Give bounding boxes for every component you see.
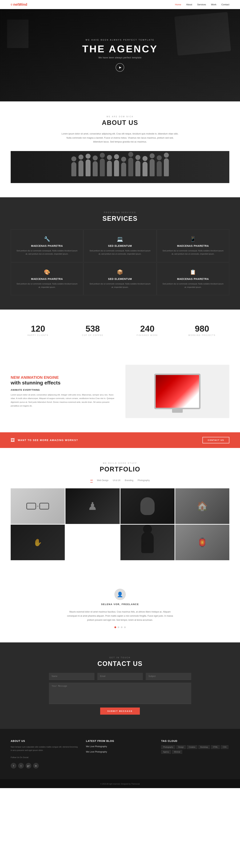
- cta-banner: 🖼 WANT TO SEE MORE AMAZING WORKS? CONTAC…: [0, 432, 240, 448]
- portfolio-item-3[interactable]: [120, 488, 175, 524]
- hero-play-button[interactable]: [116, 63, 124, 72]
- service-icon-3: 📱: [162, 236, 224, 242]
- dot-3[interactable]: [121, 626, 123, 628]
- service-desc-3: Sed pretium dui ut commodo consequat. Nu…: [162, 249, 224, 256]
- stat-number-1: 120: [14, 324, 62, 334]
- services-grid: 🔧 Maecenas pharetra Sed pretium dui ut c…: [11, 229, 229, 296]
- team-image: [11, 151, 229, 183]
- blog-link-2[interactable]: We Love Photography: [86, 751, 154, 753]
- portfolio-item-1[interactable]: [11, 488, 65, 524]
- subject-field[interactable]: [146, 673, 191, 680]
- portfolio-tab-photography[interactable]: Photography: [138, 478, 150, 483]
- service-title-5: Sed elementum: [89, 278, 151, 280]
- social-facebook[interactable]: f: [11, 763, 17, 769]
- stat-label-4: WORKING PROJECTS: [178, 334, 226, 336]
- social-linkedin[interactable]: in: [33, 763, 39, 769]
- nav-work[interactable]: Work: [211, 3, 216, 6]
- portfolio-item-6[interactable]: [120, 525, 175, 560]
- tag-minimal[interactable]: Minimal: [172, 750, 182, 754]
- service-icon-2: 💻: [89, 236, 151, 242]
- service-card-3: 📱 Maecenas pharetra Sed pretium dui ut c…: [157, 229, 229, 262]
- stat-2: 538 CUP OF COFFEE: [65, 320, 120, 340]
- hero-section: we have been always perfect template THE…: [0, 9, 240, 101]
- portfolio-item-4[interactable]: 🏠: [175, 488, 229, 524]
- service-card-1: 🔧 Maecenas pharetra Sed pretium dui ut c…: [11, 229, 83, 262]
- service-card-6: 📋 Maecenas pharetra Sed pretium dui ut c…: [157, 262, 229, 295]
- tag-cloud: Photography Design Creative Bootstrap HT…: [161, 745, 229, 754]
- submit-button[interactable]: SUBMIT MESSAGE: [100, 708, 140, 715]
- monitor-screen: [156, 375, 199, 408]
- animation-highlight: ANIMATE EVERYTHING: [11, 389, 115, 391]
- navbar: © netWind Home About Services Work Conta…: [0, 0, 240, 9]
- email-field[interactable]: [97, 673, 143, 680]
- tag-photography[interactable]: Photography: [161, 745, 175, 749]
- portfolio-tab-branding[interactable]: Branding: [125, 478, 133, 483]
- service-title-2: Sed elementum: [89, 244, 151, 247]
- contact-form: SUBMIT MESSAGE: [49, 673, 191, 715]
- portfolio-section: WE BUILD GOOD STUFF PORTFOLIO All Web De…: [0, 448, 240, 575]
- stat-3: 240 FINISHED WORK: [120, 320, 175, 340]
- about-label: WE ARE DOM NICA: [11, 116, 229, 118]
- dot-2[interactable]: [118, 626, 119, 628]
- animation-title-black: with stunning effects: [11, 380, 115, 386]
- portfolio-item-5[interactable]: ✋: [11, 525, 65, 560]
- service-desc-2: Sed pretium dui ut commodo consequat. Nu…: [89, 249, 151, 256]
- portfolio-item-2[interactable]: ♟: [65, 488, 120, 524]
- service-icon-6: 📋: [162, 269, 224, 275]
- portfolio-tabs: All Web Design UI & UX Branding Photogra…: [11, 478, 229, 483]
- dot-4[interactable]: [124, 626, 126, 628]
- footer-about-title: About Us: [11, 740, 79, 742]
- hero-subtitle: we have been always perfect template: [82, 39, 158, 41]
- social-twitter[interactable]: t: [18, 763, 24, 769]
- portfolio-tab-webdesign[interactable]: Web Design: [97, 478, 109, 483]
- stat-label-2: CUP OF COFFEE: [69, 334, 116, 336]
- service-desc-1: Sed pretium dui ut commodo consequat. Nu…: [16, 249, 78, 256]
- cta-left: 🖼 WANT TO SEE MORE AMAZING WORKS?: [11, 438, 78, 443]
- tag-css[interactable]: CSS: [221, 745, 229, 749]
- testimonial-name: SELENA VOR, FREELANCE: [11, 603, 229, 606]
- logo[interactable]: © netWind: [11, 2, 27, 7]
- nav-services[interactable]: Services: [197, 3, 206, 6]
- hero-description: We have been always perfect template: [82, 56, 158, 59]
- name-field[interactable]: [49, 673, 94, 680]
- footer-bottom: © 2015 All right reserved. Designed by T…: [0, 779, 240, 788]
- animation-body: Lorem ipsum dolor sit amet, consectetur …: [11, 393, 115, 408]
- nav-about[interactable]: About: [186, 3, 192, 6]
- footer: About Us Nam tempor cum vulputate odio s…: [0, 729, 240, 779]
- blog-link-1[interactable]: We Love Photography: [86, 745, 154, 748]
- tag-agency[interactable]: Agency: [161, 750, 171, 754]
- testimonial-dots: [11, 626, 229, 628]
- cta-text: WANT TO SEE MORE AMAZING WORKS?: [18, 439, 78, 441]
- social-gplus[interactable]: g+: [26, 763, 31, 769]
- footer-blog-title: Latest From Blog: [86, 740, 154, 742]
- footer-about-text: Nam tempor cum vulputate odio sodales ma…: [11, 745, 79, 752]
- contact-section: GET IN TOUCH CONTACT US SUBMIT MESSAGE: [0, 643, 240, 729]
- logo-text: netWind: [13, 2, 27, 7]
- message-field[interactable]: [49, 683, 191, 704]
- tag-creative[interactable]: Creative: [187, 745, 197, 749]
- portfolio-tab-all[interactable]: All: [90, 478, 93, 483]
- services-section: PROVIDING SERVICES SERVICES 🔧 Maecenas p…: [0, 197, 240, 310]
- tag-html[interactable]: HTML: [211, 745, 220, 749]
- portfolio-item-7[interactable]: 🏮: [175, 525, 229, 560]
- cta-button[interactable]: CONTACT US: [203, 437, 229, 443]
- stat-number-3: 240: [124, 324, 171, 334]
- tag-bootstrap[interactable]: Bootstrap: [198, 745, 210, 749]
- portfolio-tab-uiux[interactable]: UI & UX: [113, 478, 120, 483]
- portfolio-label: WE BUILD GOOD STUFF: [11, 462, 229, 464]
- testimonial-section: 👤 SELENA VOR, FREELANCE Mauris euismod d…: [0, 575, 240, 642]
- nav-contact[interactable]: Contact: [221, 3, 229, 6]
- blog-item-2: We Love Photography: [86, 751, 154, 753]
- service-desc-4: Sed pretium dui ut commodo consequat. Nu…: [16, 282, 78, 289]
- services-label: PROVIDING SERVICES: [11, 212, 229, 214]
- about-title: ABOUT US: [11, 119, 229, 126]
- blog-item-1: We Love Photography: [86, 745, 154, 748]
- stat-number-4: 980: [178, 324, 226, 334]
- services-title: SERVICES: [11, 215, 229, 222]
- dot-1[interactable]: [114, 626, 116, 628]
- service-icon-4: 🎨: [16, 269, 78, 275]
- nav-home[interactable]: Home: [175, 3, 181, 6]
- service-card-5: 📦 Sed elementum Sed pretium dui ut commo…: [84, 262, 156, 295]
- tag-design[interactable]: Design: [176, 745, 186, 749]
- service-title-1: Maecenas pharetra: [16, 244, 78, 247]
